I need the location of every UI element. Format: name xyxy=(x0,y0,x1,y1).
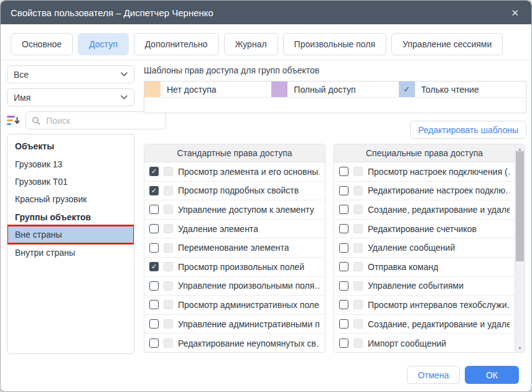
permission-checkbox[interactable] xyxy=(149,338,159,348)
permission-row: Импорт сообщений xyxy=(334,334,515,353)
access-templates-panel: Шаблоны прав доступа для групп объектов … xyxy=(144,65,526,139)
permission-checkbox-secondary[interactable] xyxy=(353,338,363,348)
permission-checkbox-secondary[interactable] xyxy=(164,338,173,348)
permission-label: Просмотр элемента и его основны… xyxy=(178,167,320,177)
permission-checkbox[interactable] xyxy=(339,167,348,176)
permission-checkbox[interactable] xyxy=(149,281,159,291)
template-swatch[interactable]: ✓ xyxy=(399,82,415,97)
permission-checkbox[interactable] xyxy=(339,243,348,253)
edit-templates-button[interactable]: Редактировать шаблоны xyxy=(410,121,526,139)
permission-checkbox-secondary[interactable] xyxy=(164,300,173,309)
permission-label: Просмотр произвольных полей xyxy=(178,262,304,272)
user-properties-dialog: Свойства пользователя – Диспетчер Чернен… xyxy=(0,0,532,392)
ok-button[interactable]: ОК xyxy=(465,366,519,384)
standard-permissions-list: ✓Просмотр элемента и его основны…✓Просмо… xyxy=(144,162,325,353)
permission-checkbox[interactable] xyxy=(149,243,159,253)
close-icon[interactable]: ✕ xyxy=(508,6,521,20)
templates-legend-box: Нет доступаПолный доступ✓Только чтение xyxy=(144,81,526,113)
tab-3[interactable]: Дополнительно xyxy=(134,33,219,55)
permission-row: Создание, редактирование и удале… xyxy=(334,315,515,334)
list-item[interactable]: Грузовик Т01 xyxy=(7,173,134,190)
permission-row: Управление доступом к элементу xyxy=(144,200,325,220)
permission-checkbox[interactable] xyxy=(339,262,348,271)
template-swatch[interactable] xyxy=(144,82,161,97)
list-group-header[interactable]: Объекты xyxy=(7,138,134,155)
permission-checkbox-secondary[interactable] xyxy=(353,319,363,329)
permission-checkbox-secondary[interactable] xyxy=(164,262,173,271)
permission-label: Создание, редактирование и удале… xyxy=(368,319,510,329)
list-item[interactable]: Внутри страны xyxy=(7,243,134,261)
type-filter-dropdown[interactable]: Все xyxy=(7,65,134,83)
permission-label: Импорт сообщений xyxy=(368,338,446,348)
permission-row: Просмотр интервалов техобслужи… xyxy=(334,296,515,315)
permission-label: Удаление сообщений xyxy=(368,243,455,253)
permission-checkbox[interactable] xyxy=(339,224,348,233)
permission-label: Просмотр административных поле… xyxy=(178,300,320,310)
permission-row: ✓Просмотр элемента и его основны… xyxy=(144,162,325,182)
permission-row: Редактирование настроек подклю… xyxy=(334,182,515,201)
permission-checkbox-secondary[interactable] xyxy=(353,205,363,214)
standard-permissions-column: Стандартные права доступа ✓Просмотр элем… xyxy=(144,144,325,353)
tab-4[interactable]: Журнал xyxy=(224,33,278,55)
permission-checkbox-secondary[interactable] xyxy=(164,167,173,176)
tab-6[interactable]: Управление сессиями xyxy=(391,33,503,55)
chevron-down-icon xyxy=(121,72,128,77)
scroll-down-icon[interactable]: ▼ xyxy=(515,343,525,352)
permission-label: Просмотр интервалов техобслужи… xyxy=(368,300,510,310)
templates-empty-row xyxy=(144,98,526,113)
legend-segment: Полный доступ xyxy=(271,82,398,97)
tab-5[interactable]: Произвольные поля xyxy=(283,33,386,55)
permission-checkbox-secondary[interactable] xyxy=(353,281,363,291)
permission-checkbox[interactable] xyxy=(149,224,159,233)
tab-2[interactable]: Доступ xyxy=(78,33,129,55)
permission-checkbox[interactable] xyxy=(149,300,159,309)
permission-checkbox[interactable] xyxy=(339,338,348,348)
permission-checkbox[interactable]: ✓ xyxy=(149,262,159,271)
permission-checkbox[interactable]: ✓ xyxy=(149,186,159,195)
permission-row: Удаление сообщений xyxy=(334,238,515,258)
tab-bar: ОсновноеДоступДополнительноЖурналПроизво… xyxy=(11,33,503,55)
permission-checkbox-secondary[interactable] xyxy=(164,281,173,291)
list-item[interactable]: Грузовик 13 xyxy=(7,155,134,172)
permission-checkbox-secondary[interactable] xyxy=(353,243,363,253)
permission-checkbox-secondary[interactable] xyxy=(164,224,173,233)
permission-checkbox-secondary[interactable] xyxy=(164,319,173,329)
permission-checkbox-secondary[interactable] xyxy=(353,224,363,233)
list-item[interactable]: Вне страны xyxy=(7,226,134,243)
template-swatch[interactable] xyxy=(271,82,287,97)
permission-checkbox[interactable] xyxy=(339,281,348,291)
permission-label: Просмотр подробных свойств xyxy=(178,185,299,195)
permission-label: Управление произвольными поля… xyxy=(178,281,320,291)
permission-row: Удаление элемента xyxy=(144,220,325,239)
sort-order-icon[interactable] xyxy=(7,114,21,127)
sort-field-dropdown[interactable]: Имя xyxy=(7,88,134,106)
permission-checkbox[interactable] xyxy=(339,300,348,309)
permission-checkbox-secondary[interactable] xyxy=(353,300,363,309)
scrollbar-thumb[interactable] xyxy=(516,151,524,261)
permission-checkbox-secondary[interactable] xyxy=(353,186,363,195)
permission-checkbox[interactable] xyxy=(149,205,159,214)
list-group-header[interactable]: Группы объектов xyxy=(7,208,134,226)
permission-checkbox-secondary[interactable] xyxy=(164,205,173,214)
permission-checkbox-secondary[interactable] xyxy=(353,167,363,176)
permission-checkbox[interactable]: ✓ xyxy=(149,167,159,176)
permission-checkbox-secondary[interactable] xyxy=(164,243,173,253)
permission-checkbox[interactable] xyxy=(149,319,159,329)
scrollbar[interactable]: ▲ ▼ xyxy=(515,144,525,352)
permission-checkbox[interactable] xyxy=(339,186,348,195)
permission-checkbox[interactable] xyxy=(339,319,348,329)
search-input[interactable] xyxy=(45,115,160,126)
permission-row: ✓Просмотр подробных свойств xyxy=(144,182,325,201)
permission-label: Создание, редактирование и удале… xyxy=(368,205,510,215)
permission-row: Редактирование счетчиков xyxy=(334,220,515,239)
permission-checkbox-secondary[interactable] xyxy=(353,262,363,271)
list-item[interactable]: Красный грузовик xyxy=(7,190,134,208)
permission-label: Переименование элемента xyxy=(178,243,289,253)
permission-checkbox-secondary[interactable] xyxy=(164,186,173,195)
tabs-divider xyxy=(1,60,531,60)
tab-1[interactable]: Основное xyxy=(11,33,73,55)
permission-checkbox[interactable] xyxy=(339,205,348,214)
cancel-button[interactable]: Отмена xyxy=(407,366,460,384)
permission-row: Управление событиями xyxy=(334,277,515,296)
permission-row: ✓Просмотр произвольных полей xyxy=(144,258,325,277)
